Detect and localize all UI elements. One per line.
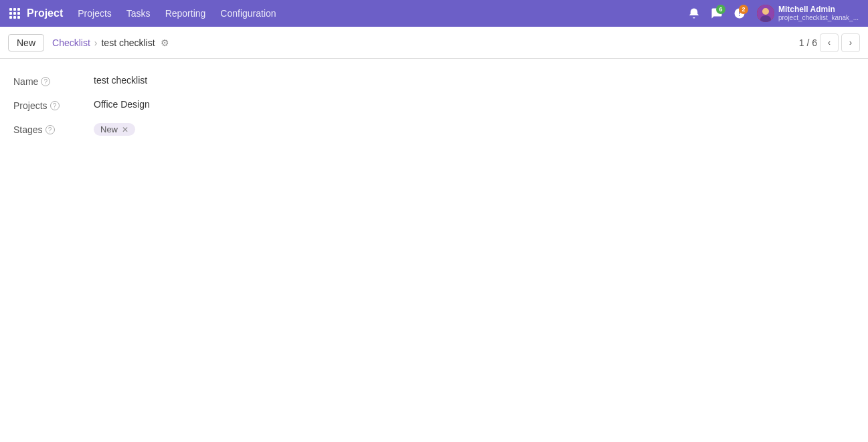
form-content: Name ? test checklist Projects ? Office … (0, 59, 868, 442)
projects-help-icon[interactable]: ? (50, 101, 60, 110)
stage-tag: New ✕ (94, 123, 135, 136)
svg-point-1 (762, 8, 769, 15)
brand-label[interactable]: Project (27, 7, 63, 19)
breadcrumb-separator: › (94, 37, 98, 48)
user-name: Mitchell Admin (778, 5, 859, 14)
projects-label: Projects ? (13, 99, 94, 111)
notifications-button[interactable] (685, 4, 703, 23)
stages-label: Stages ? (13, 123, 94, 135)
projects-value: Office Design (94, 99, 150, 110)
gear-icon[interactable]: ⚙ (161, 37, 169, 48)
stage-tag-label: New (100, 124, 118, 134)
bell-icon (688, 7, 700, 19)
user-sub: project_checklist_kanak_... (778, 14, 859, 22)
menu-item-reporting[interactable]: Reporting (159, 5, 213, 21)
stages-value: New ✕ (94, 123, 135, 136)
messages-button[interactable]: 6 (707, 4, 726, 23)
stage-tag-remove-button[interactable]: ✕ (122, 125, 128, 134)
topnav: Project Projects Tasks Reporting Configu… (0, 0, 868, 27)
apps-menu-icon[interactable] (5, 4, 24, 23)
activity-button[interactable]: 2 (730, 4, 749, 23)
name-label: Name ? (13, 75, 94, 87)
breadcrumb: Checklist › test checklist ⚙ (52, 37, 791, 48)
projects-row: Projects ? Office Design (13, 99, 855, 111)
avatar-image (757, 5, 774, 22)
pagination: 1 / 6 ‹ › (799, 33, 860, 52)
pagination-next-button[interactable]: › (841, 33, 860, 52)
topnav-right: 6 2 Mitchell Admin project_checklist_kan… (685, 3, 863, 23)
menu-item-tasks[interactable]: Tasks (120, 5, 157, 21)
stages-help-icon[interactable]: ? (46, 125, 55, 134)
pagination-label: 1 / 6 (799, 37, 817, 48)
breadcrumb-parent[interactable]: Checklist (52, 37, 90, 48)
stages-row: Stages ? New ✕ (13, 123, 855, 136)
name-help-icon[interactable]: ? (41, 77, 50, 86)
new-button[interactable]: New (8, 34, 44, 51)
menu-item-configuration[interactable]: Configuration (213, 5, 282, 21)
avatar (757, 5, 774, 22)
menu-item-projects[interactable]: Projects (71, 5, 118, 21)
name-row: Name ? test checklist (13, 75, 855, 87)
activity-badge: 2 (739, 5, 748, 14)
name-value: test checklist (94, 75, 147, 86)
user-menu[interactable]: Mitchell Admin project_checklist_kanak_.… (753, 3, 863, 23)
pagination-prev-button[interactable]: ‹ (820, 33, 839, 52)
messages-badge: 6 (716, 5, 725, 14)
toolbar: New Checklist › test checklist ⚙ 1 / 6 ‹… (0, 27, 868, 59)
topnav-menu: Projects Tasks Reporting Configuration (71, 5, 682, 21)
breadcrumb-current: test checklist (101, 37, 155, 48)
user-info: Mitchell Admin project_checklist_kanak_.… (778, 5, 859, 22)
